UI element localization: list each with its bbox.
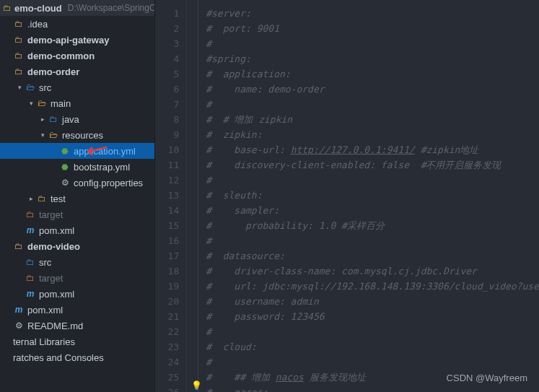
code-line[interactable]: # datasource: — [206, 248, 539, 263]
m-icon: m — [13, 304, 25, 315]
project-path: D:\Workspace\SpringCloudProject — [68, 3, 155, 13]
code-line[interactable]: # — [206, 36, 539, 51]
code-line[interactable]: # application: — [206, 66, 539, 82]
code-area[interactable]: #server:# port: 9001##spring:# applicati… — [198, 0, 539, 392]
code-line[interactable]: # password: 123456 — [206, 309, 539, 324]
m-icon: m — [25, 288, 36, 300]
tree-item-demo-order[interactable]: 🗀demo-order — [0, 64, 154, 79]
tree-item-label: demo-api-gateway — [27, 35, 109, 45]
code-line[interactable]: # base-url: http://127.0.0.1:9411/ #zipk… — [206, 142, 539, 157]
fold-margin[interactable] — [187, 0, 198, 392]
line-number: 5 — [155, 66, 179, 82]
line-number: 6 — [155, 82, 179, 97]
code-line[interactable]: # — [206, 324, 539, 339]
code-line[interactable]: # probability: 1.0 #采样百分 — [206, 218, 539, 233]
line-number: 18 — [155, 263, 179, 279]
tree-item-label: config.properties — [74, 178, 143, 188]
folder-icon: 🗀 — [3, 2, 12, 14]
code-line[interactable]: # port: 9001 — [206, 21, 539, 36]
file-icon: ⚙ — [13, 320, 25, 331]
line-number: 13 — [155, 188, 179, 203]
code-line[interactable]: # zipkin: — [206, 127, 539, 142]
code-line[interactable]: # username: admin — [206, 294, 539, 309]
code-editor[interactable]: 1234567891011121314151617181920212223242… — [155, 0, 539, 392]
chevron-icon[interactable]: ▾ — [14, 84, 25, 91]
tree-item-label: src — [39, 82, 51, 93]
tree-item-main[interactable]: ▾🗁main — [0, 95, 154, 111]
tree-item--idea[interactable]: 🗀.idea — [0, 16, 154, 32]
code-line[interactable]: # — [206, 233, 539, 248]
tree-item-demo-api-gateway[interactable]: 🗀demo-api-gateway — [0, 32, 154, 48]
tree-item-pom-xml[interactable]: mpom.xml — [0, 222, 154, 238]
tree-item-bootstrap-yml[interactable]: ⬣bootstrap.yml — [0, 159, 154, 175]
line-number: 26 — [155, 385, 179, 392]
code-line[interactable]: # driver-class-name: com.mysql.cj.jdbc.D… — [206, 263, 539, 279]
code-line[interactable]: # sampler: — [206, 203, 539, 218]
tree-item-src[interactable]: 🗀src — [0, 254, 154, 270]
tree-item-application-yml[interactable]: ⬣application.yml — [0, 143, 154, 159]
line-number: 12 — [155, 173, 179, 188]
chevron-icon[interactable]: ▸ — [38, 116, 48, 123]
line-number: 2 — [155, 21, 179, 36]
line-number: 25 — [155, 370, 179, 385]
line-number: 19 — [155, 279, 179, 294]
tree-item-demo-video[interactable]: 🗀demo-video — [0, 238, 154, 254]
code-line[interactable]: # — [206, 173, 539, 188]
tree-item-ratches-and-consoles[interactable]: ratches and Consoles — [0, 349, 154, 365]
code-line[interactable]: # sleuth: — [206, 188, 539, 203]
line-number: 15 — [155, 218, 179, 233]
folder-icon: 🗀 — [13, 66, 25, 77]
code-line[interactable]: # # 增加 zipkin — [206, 112, 539, 127]
tree-item-resources[interactable]: ▾🗁resources — [0, 127, 154, 143]
tree-item-label: main — [51, 98, 71, 109]
line-number: 17 — [155, 248, 179, 263]
red-arrow-icon — [82, 144, 108, 161]
tree-item-label: demo-video — [27, 241, 80, 252]
tree-item-label: ratches and Consoles — [13, 352, 104, 363]
tree-item-readme-md[interactable]: ⚙README.md — [0, 318, 154, 334]
code-line[interactable]: # — [206, 354, 539, 370]
intention-bulb-icon[interactable]: 💡 — [191, 380, 202, 391]
folder-icon: 🗀 — [25, 256, 36, 268]
chevron-icon[interactable]: ▾ — [26, 100, 36, 107]
tree-item-demo-common[interactable]: 🗀demo-common — [0, 48, 154, 64]
code-line[interactable]: # nacos: — [206, 385, 539, 392]
tree-item-label: test — [51, 193, 66, 204]
tree-item-src[interactable]: ▾🗁src — [0, 79, 154, 95]
tree-item-label: target — [39, 273, 63, 284]
folder-icon: 🗀 — [13, 240, 25, 252]
code-line[interactable]: # url: jdbc:mysql://192.168.148.139:3306… — [206, 279, 539, 294]
chevron-icon[interactable]: ▾ — [38, 131, 48, 139]
code-line[interactable]: #spring: — [206, 51, 539, 66]
tree-item-label: ternal Libraries — [13, 336, 75, 347]
tree-item-java[interactable]: ▸🗀java — [0, 111, 154, 127]
code-line[interactable]: # name: demo-order — [206, 82, 539, 97]
folder-icon: 🗀 — [25, 272, 36, 284]
code-line[interactable]: # — [206, 97, 539, 112]
tree-item-test[interactable]: ▸🗀test — [0, 191, 154, 206]
yml-icon: ⬣ — [59, 161, 71, 173]
line-gutter: 1234567891011121314151617181920212223242… — [155, 0, 187, 392]
project-root-label: emo-cloud — [14, 3, 62, 14]
line-number: 8 — [155, 112, 179, 127]
tree-item-label: demo-common — [27, 51, 95, 61]
folder-icon: 🗀 — [36, 193, 48, 204]
tree-item-config-properties[interactable]: ⚙config.properties — [0, 175, 154, 191]
folder-open-icon: 🗁 — [25, 82, 36, 93]
tree-item-pom-xml[interactable]: mpom.xml — [0, 302, 154, 318]
code-line[interactable]: # discovery-client-enabled: false #不用开启服… — [206, 157, 539, 173]
line-number: 7 — [155, 97, 179, 112]
project-root[interactable]: 🗀 emo-cloud D:\Workspace\SpringCloudProj… — [0, 0, 154, 16]
tree-item-ternal-libraries[interactable]: ternal Libraries — [0, 334, 154, 349]
tree-item-target[interactable]: 🗀target — [0, 206, 154, 222]
line-number: 4 — [155, 51, 179, 66]
tree-item-label: pom.xml — [39, 289, 74, 300]
line-number: 23 — [155, 339, 179, 354]
project-tree[interactable]: 🗀 emo-cloud D:\Workspace\SpringCloudProj… — [0, 0, 155, 392]
line-number: 14 — [155, 203, 179, 218]
code-line[interactable]: # cloud: — [206, 339, 539, 354]
chevron-icon[interactable]: ▸ — [26, 195, 36, 202]
code-line[interactable]: #server: — [206, 6, 539, 21]
tree-item-pom-xml[interactable]: mpom.xml — [0, 286, 154, 302]
tree-item-target[interactable]: 🗀target — [0, 270, 154, 286]
